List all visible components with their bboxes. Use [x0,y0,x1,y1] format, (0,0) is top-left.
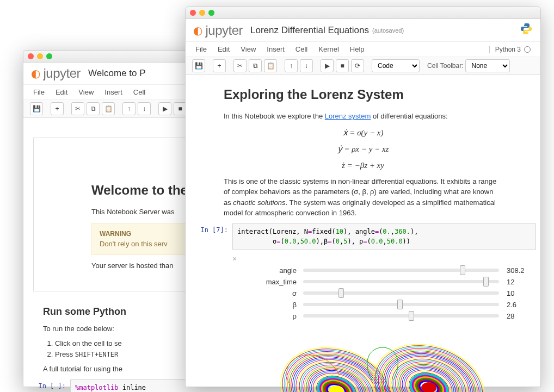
slider-track[interactable] [303,303,499,306]
titlebar [186,7,540,19]
cut-button[interactable]: ✂ [71,102,84,115]
widget-sliders: angle308.2max_time12σ10β2.6ρ28 [254,266,533,320]
menubar: File Edit View Insert Cell Kernel Help P… [186,42,540,57]
slider-row: max_time12 [254,278,533,286]
copy-button[interactable]: ⧉ [249,59,262,72]
code-cell[interactable]: In [7]: interact(Lorenz, N=fixed(10), an… [190,223,536,250]
save-button[interactable]: 💾 [192,59,205,72]
cell-type-select[interactable]: Code [372,59,420,72]
kernel-status-icon [524,46,531,53]
run-button[interactable]: ▶ [158,102,171,115]
slider-value: 12 [507,278,533,286]
widget-close-icon[interactable]: × [232,253,533,263]
menu-edit[interactable]: Edit [218,45,230,53]
input-prompt: In [7]: [190,223,232,250]
jupyter-logo: ◐ jupyter [193,23,243,38]
code-input[interactable]: interact(Lorenz, N=fixed(10), angle=(0.,… [232,223,536,250]
copy-button[interactable]: ⧉ [87,102,100,115]
restart-button[interactable]: ⟳ [351,59,364,72]
slider-label: σ [254,289,303,297]
paste-button[interactable]: 📋 [102,102,115,115]
move-up-button[interactable]: ↑ [285,59,298,72]
jupyter-logo: ◐ jupyter [31,66,81,81]
slider-thumb[interactable] [397,300,403,309]
menu-file[interactable]: File [195,45,207,53]
equation-3: ż = −βz + xy [224,159,502,172]
close-traffic-light[interactable] [190,10,196,16]
slider-thumb[interactable] [338,288,344,298]
slider-row: σ10 [254,289,533,297]
add-cell-button[interactable]: + [51,102,64,115]
slider-value: 308.2 [507,266,533,275]
menu-file[interactable]: File [33,88,45,96]
slider-track[interactable] [303,314,499,318]
zoom-traffic-light[interactable] [208,10,214,16]
move-down-button[interactable]: ↓ [138,102,151,115]
slider-value: 2.6 [507,301,533,309]
intro-paragraph: In this Notebook we explore the Lorenz s… [224,111,502,122]
cell-toolbar-label: Cell Toolbar: [427,62,463,70]
menu-edit[interactable]: Edit [56,88,67,96]
slider-track[interactable] [303,280,499,283]
slider-thumb[interactable] [483,277,489,287]
menu-view[interactable]: View [241,45,256,53]
kernel-name: Python 3 [495,46,521,53]
svg-point-1 [527,33,528,34]
menu-help[interactable]: Help [350,45,365,53]
minimize-traffic-light[interactable] [199,10,205,16]
menu-cell[interactable]: Cell [133,88,145,96]
slider-value: 10 [507,289,533,297]
slider-thumb[interactable] [409,311,414,321]
menu-cell[interactable]: Cell [296,45,307,53]
python-icon [520,22,533,38]
close-traffic-light[interactable] [28,53,34,59]
slider-row: ρ28 [254,312,533,320]
toolbar: 💾 + ✂ ⧉ 📋 ↑ ↓ ▶ ■ ⟳ Code Cell Toolbar: N… [186,57,540,75]
menu-insert[interactable]: Insert [104,88,122,96]
slider-track[interactable] [303,291,499,295]
autosaved-label: (autosaved) [372,27,404,34]
slider-label: angle [254,266,303,275]
lorenz-attractor-plot [257,326,508,393]
menu-insert[interactable]: Insert [267,45,285,53]
cell-output: × angle308.2max_time12σ10β2.6ρ28 [232,253,533,393]
cut-button[interactable]: ✂ [233,59,247,72]
notebook-content: Exploring the Lorenz System In this Note… [186,75,540,392]
notebook-title[interactable]: Lorenz Differential Equations [250,25,369,36]
logo-text: jupyter [44,66,81,81]
run-button[interactable]: ▶ [321,59,334,72]
jupyter-icon: ◐ [31,67,40,80]
menu-view[interactable]: View [78,88,94,96]
stop-button[interactable]: ■ [336,59,349,72]
slider-label: β [254,301,303,309]
move-up-button[interactable]: ↑ [122,102,136,115]
slider-row: β2.6 [254,301,533,309]
logo-text: jupyter [206,23,243,38]
page-title: Exploring the Lorenz System [224,85,502,104]
notebook-title[interactable]: Welcome to P [88,68,146,79]
add-cell-button[interactable]: + [213,59,226,72]
jupyter-icon: ◐ [193,24,202,37]
cell-toolbar-select[interactable]: None [465,59,510,72]
save-button[interactable]: 💾 [30,102,43,115]
slider-track[interactable] [303,269,499,272]
slider-thumb[interactable] [460,265,465,275]
svg-point-0 [524,24,525,26]
slider-row: angle308.2 [254,266,533,275]
equation-1: ẋ = σ(y − x) [224,126,502,139]
paste-button[interactable]: 📋 [264,59,277,72]
menu-kernel[interactable]: Kernel [318,45,339,53]
minimize-traffic-light[interactable] [37,53,43,59]
description-paragraph: This is one of the classic systems in no… [224,176,502,219]
foreground-window: ◐ jupyter Lorenz Differential Equations … [185,7,541,387]
slider-label: max_time [254,278,303,286]
slider-label: ρ [254,312,303,320]
slider-value: 28 [507,312,533,320]
kernel-indicator: Python 3 [489,46,531,53]
notebook-header: ◐ jupyter Lorenz Differential Equations … [186,19,540,42]
lorenz-link[interactable]: Lorenz system [325,112,371,120]
input-prompt: In [ ]: [28,379,70,393]
zoom-traffic-light[interactable] [46,53,52,59]
equation-2: ẏ = ρx − y − xz [224,142,502,155]
move-down-button[interactable]: ↓ [300,59,313,72]
